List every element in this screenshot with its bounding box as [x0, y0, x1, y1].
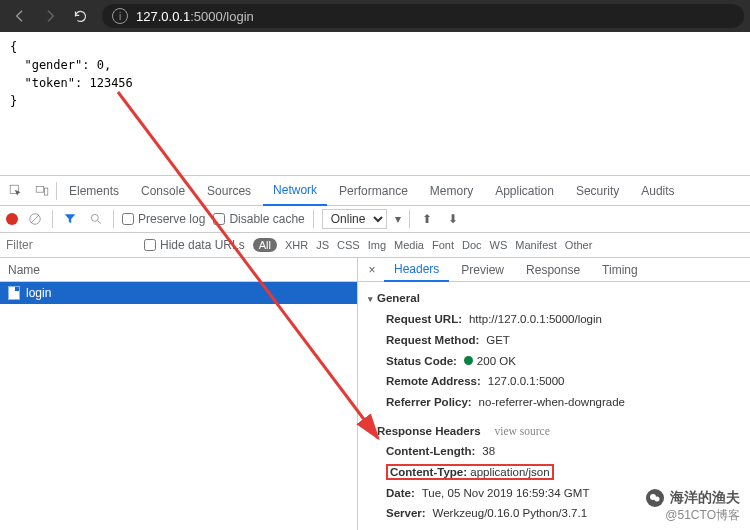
- tab-performance[interactable]: Performance: [329, 176, 418, 206]
- kv-content-type: Content-Type: application/json: [368, 462, 740, 483]
- svg-line-6: [98, 221, 101, 224]
- hide-data-urls-checkbox[interactable]: Hide data URLs: [144, 238, 245, 252]
- inspect-icon[interactable]: [4, 179, 28, 203]
- details-tab-bar: × Headers Preview Response Timing: [358, 258, 750, 282]
- chevron-down-icon: ▾: [395, 212, 401, 226]
- tab-elements[interactable]: Elements: [59, 176, 129, 206]
- network-filter-bar: Hide data URLs All XHR JS CSS Img Media …: [0, 233, 750, 258]
- throttling-select[interactable]: Online: [322, 209, 387, 229]
- filter-type-all[interactable]: All: [253, 238, 277, 252]
- separator: [409, 210, 410, 228]
- kv-content-length: Content-Length: 38: [368, 441, 740, 462]
- site-info-icon[interactable]: i: [112, 8, 128, 24]
- devtools-body: Name login × Headers Preview Response Ti…: [0, 258, 750, 530]
- request-name: login: [26, 286, 51, 300]
- network-toolbar: Preserve log Disable cache Online ▾ ⬆ ⬇: [0, 206, 750, 233]
- search-icon[interactable]: [87, 210, 105, 228]
- separator: [52, 210, 53, 228]
- tab-preview[interactable]: Preview: [451, 258, 514, 282]
- close-icon[interactable]: ×: [362, 263, 382, 277]
- view-source-link[interactable]: view source: [495, 421, 550, 442]
- tab-headers[interactable]: Headers: [384, 258, 449, 282]
- general-header[interactable]: General: [368, 288, 740, 309]
- separator: [56, 182, 57, 200]
- kv-referrer-policy: Referrer Policy: no-referrer-when-downgr…: [368, 392, 740, 413]
- svg-rect-1: [36, 186, 44, 192]
- file-icon: [8, 286, 20, 300]
- column-header-name[interactable]: Name: [0, 258, 357, 282]
- url-text: 127.0.0.1:5000/login: [136, 9, 254, 24]
- upload-icon[interactable]: ⬆: [418, 210, 436, 228]
- filter-type-js[interactable]: JS: [316, 239, 329, 251]
- response-headers-header[interactable]: Response Headersview source: [368, 421, 740, 442]
- tab-application[interactable]: Application: [485, 176, 564, 206]
- tab-audits[interactable]: Audits: [631, 176, 684, 206]
- kv-status-code: Status Code: 200 OK: [368, 351, 740, 372]
- devtools-tab-bar: Elements Console Sources Network Perform…: [0, 176, 750, 206]
- tab-response[interactable]: Response: [516, 258, 590, 282]
- filter-type-doc[interactable]: Doc: [462, 239, 482, 251]
- request-list: Name login: [0, 258, 358, 530]
- tab-memory[interactable]: Memory: [420, 176, 483, 206]
- filter-type-other[interactable]: Other: [565, 239, 593, 251]
- watermark: 海洋的渔夫 @51CTO博客: [646, 489, 740, 524]
- tab-console[interactable]: Console: [131, 176, 195, 206]
- page-body: { "gender": 0, "token": 123456 }: [0, 32, 750, 167]
- tab-sources[interactable]: Sources: [197, 176, 261, 206]
- filter-input[interactable]: [6, 236, 136, 254]
- filter-type-css[interactable]: CSS: [337, 239, 360, 251]
- tab-timing[interactable]: Timing: [592, 258, 648, 282]
- svg-point-5: [91, 214, 98, 221]
- request-row-login[interactable]: login: [0, 282, 357, 304]
- browser-top-bar: i 127.0.0.1:5000/login: [0, 0, 750, 32]
- kv-request-method: Request Method: GET: [368, 330, 740, 351]
- preserve-log-checkbox[interactable]: Preserve log: [122, 212, 205, 226]
- kv-request-url: Request URL: http://127.0.0.1:5000/login: [368, 309, 740, 330]
- filter-type-img[interactable]: Img: [368, 239, 386, 251]
- svg-rect-2: [44, 188, 48, 195]
- filter-type-font[interactable]: Font: [432, 239, 454, 251]
- download-icon[interactable]: ⬇: [444, 210, 462, 228]
- filter-icon[interactable]: [61, 210, 79, 228]
- address-bar[interactable]: i 127.0.0.1:5000/login: [102, 4, 744, 28]
- filter-type-manifest[interactable]: Manifest: [515, 239, 557, 251]
- wechat-icon: [646, 489, 664, 507]
- filter-type-ws[interactable]: WS: [490, 239, 508, 251]
- filter-type-media[interactable]: Media: [394, 239, 424, 251]
- svg-point-9: [655, 497, 660, 502]
- back-button[interactable]: [6, 2, 34, 30]
- disable-cache-checkbox[interactable]: Disable cache: [213, 212, 304, 226]
- reload-button[interactable]: [66, 2, 94, 30]
- status-dot-icon: [464, 356, 473, 365]
- kv-remote-address: Remote Address: 127.0.0.1:5000: [368, 371, 740, 392]
- record-button[interactable]: [6, 213, 18, 225]
- forward-button[interactable]: [36, 2, 64, 30]
- tab-network[interactable]: Network: [263, 176, 327, 206]
- clear-icon[interactable]: [26, 210, 44, 228]
- filter-type-xhr[interactable]: XHR: [285, 239, 308, 251]
- svg-line-4: [31, 215, 39, 223]
- devtools-panel: Elements Console Sources Network Perform…: [0, 175, 750, 530]
- separator: [313, 210, 314, 228]
- device-icon[interactable]: [30, 179, 54, 203]
- separator: [113, 210, 114, 228]
- tab-security[interactable]: Security: [566, 176, 629, 206]
